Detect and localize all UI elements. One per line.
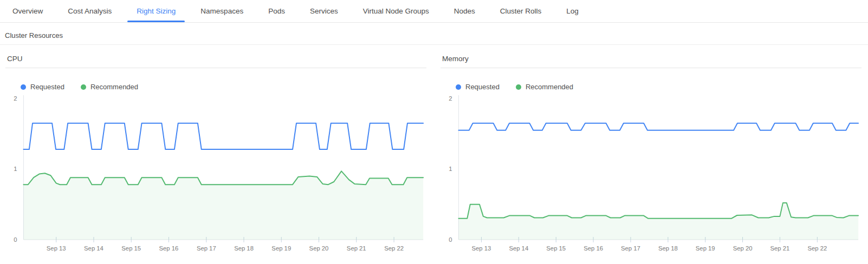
legend-item-requested[interactable]: Requested bbox=[456, 83, 500, 91]
svg-text:Sep 22: Sep 22 bbox=[384, 245, 404, 252]
svg-text:Sep 21: Sep 21 bbox=[770, 245, 790, 252]
memory-chart-canvas: 012Sep 13Sep 14Sep 15Sep 16Sep 17Sep 18S… bbox=[441, 93, 861, 255]
tab-nodes[interactable]: Nodes bbox=[442, 0, 488, 22]
recommended-dot-icon bbox=[81, 84, 86, 90]
svg-text:0: 0 bbox=[14, 236, 17, 243]
tab-namespaces[interactable]: Namespaces bbox=[188, 0, 256, 22]
svg-text:Sep 16: Sep 16 bbox=[584, 245, 603, 252]
legend-label-requested: Requested bbox=[30, 83, 64, 91]
section-header: Cluster Resources bbox=[0, 31, 868, 45]
tab-virtual-node-groups[interactable]: Virtual Node Groups bbox=[351, 0, 442, 22]
svg-text:1: 1 bbox=[449, 166, 452, 172]
charts-row: CPU Requested Recommended 012Sep 13Sep 1… bbox=[0, 55, 868, 255]
tab-services[interactable]: Services bbox=[297, 0, 351, 22]
recommended-dot-icon bbox=[516, 84, 521, 90]
cpu-chart-title: CPU bbox=[5, 55, 426, 68]
memory-chart-legend: Requested Recommended bbox=[456, 83, 861, 91]
tab-log[interactable]: Log bbox=[554, 0, 591, 22]
svg-text:Sep 22: Sep 22 bbox=[807, 245, 827, 252]
tab-pods[interactable]: Pods bbox=[256, 0, 297, 22]
tab-cluster-rolls[interactable]: Cluster Rolls bbox=[488, 0, 554, 22]
tab-right-sizing[interactable]: Right Sizing bbox=[124, 0, 188, 22]
svg-text:2: 2 bbox=[14, 95, 17, 102]
svg-text:Sep 20: Sep 20 bbox=[733, 245, 753, 252]
svg-text:Sep 16: Sep 16 bbox=[159, 245, 179, 252]
legend-item-recommended[interactable]: Recommended bbox=[516, 83, 573, 91]
svg-text:Sep 14: Sep 14 bbox=[84, 245, 103, 252]
section-title: Cluster Resources bbox=[5, 31, 63, 39]
legend-item-recommended[interactable]: Recommended bbox=[81, 83, 138, 91]
svg-text:Sep 20: Sep 20 bbox=[309, 245, 329, 252]
svg-text:Sep 19: Sep 19 bbox=[696, 245, 715, 252]
svg-text:Sep 18: Sep 18 bbox=[658, 245, 678, 252]
memory-chart-title: Memory bbox=[441, 55, 861, 68]
tab-cost-analysis[interactable]: Cost Analysis bbox=[55, 0, 124, 22]
svg-text:Sep 19: Sep 19 bbox=[271, 245, 291, 252]
svg-text:Sep 17: Sep 17 bbox=[197, 245, 216, 252]
tab-bar: Overview Cost Analysis Right Sizing Name… bbox=[0, 0, 868, 23]
svg-text:2: 2 bbox=[449, 95, 452, 102]
requested-dot-icon bbox=[21, 84, 26, 90]
memory-chart-card: Memory Requested Recommended 012Sep 13Se… bbox=[441, 55, 861, 255]
svg-text:Sep 15: Sep 15 bbox=[546, 245, 566, 252]
legend-label-recommended: Recommended bbox=[526, 83, 573, 91]
svg-text:Sep 18: Sep 18 bbox=[234, 245, 254, 252]
svg-text:Sep 13: Sep 13 bbox=[47, 245, 66, 252]
cpu-chart-canvas: 012Sep 13Sep 14Sep 15Sep 16Sep 17Sep 18S… bbox=[5, 93, 426, 255]
svg-text:Sep 15: Sep 15 bbox=[121, 245, 141, 252]
svg-text:Sep 17: Sep 17 bbox=[621, 245, 640, 252]
svg-text:0: 0 bbox=[449, 236, 452, 243]
svg-text:Sep 14: Sep 14 bbox=[509, 245, 528, 252]
svg-text:1: 1 bbox=[14, 166, 17, 172]
legend-label-recommended: Recommended bbox=[90, 83, 138, 91]
requested-dot-icon bbox=[456, 84, 461, 90]
cpu-chart-card: CPU Requested Recommended 012Sep 13Sep 1… bbox=[5, 55, 426, 255]
svg-text:Sep 21: Sep 21 bbox=[347, 245, 366, 252]
tab-overview[interactable]: Overview bbox=[0, 0, 55, 22]
legend-label-requested: Requested bbox=[465, 83, 500, 91]
svg-text:Sep 13: Sep 13 bbox=[472, 245, 491, 252]
legend-item-requested[interactable]: Requested bbox=[21, 83, 64, 91]
cpu-chart-legend: Requested Recommended bbox=[21, 83, 426, 91]
